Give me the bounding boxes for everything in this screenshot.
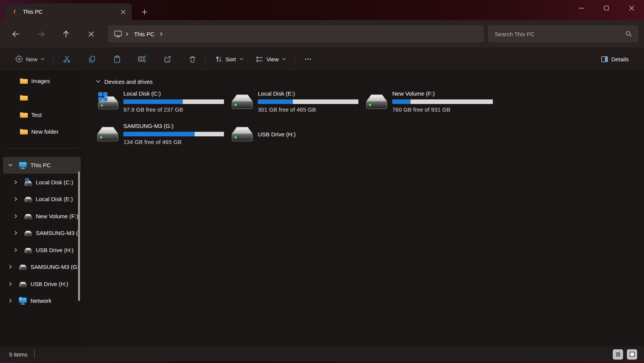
search-input[interactable] bbox=[495, 31, 625, 37]
sidebar-scrollbar[interactable] bbox=[78, 171, 80, 301]
back-button[interactable] bbox=[8, 26, 24, 42]
chevron-right-icon[interactable] bbox=[160, 32, 163, 36]
share-button[interactable] bbox=[160, 52, 175, 66]
drive-icon bbox=[96, 125, 120, 144]
system-drive-icon bbox=[96, 92, 120, 111]
tab-this-pc[interactable]: This PC bbox=[5, 3, 132, 20]
sidebar-item-samsung-m3-g[interactable]: SAMSUNG-M3 (G:) bbox=[3, 225, 81, 241]
chevron-right-icon[interactable] bbox=[8, 79, 13, 83]
maximize-button[interactable] bbox=[594, 0, 619, 16]
drive-tile-samsung-m3-g[interactable]: SAMSUNG-M3 (G:) 134 GB free of 465 GB bbox=[96, 122, 230, 150]
drive-tile-local-disk-c[interactable]: Local Disk (C:) 97.9 GB free of 237 GB bbox=[96, 90, 230, 117]
chevron-right-icon[interactable] bbox=[13, 197, 18, 201]
chevron-right-icon[interactable] bbox=[13, 214, 18, 218]
breadcrumb-this-pc[interactable]: This PC bbox=[134, 31, 154, 37]
toolbar-divider bbox=[205, 53, 206, 65]
drive-icon bbox=[365, 92, 388, 111]
chevron-right-icon[interactable] bbox=[125, 32, 129, 36]
drive-icon bbox=[24, 229, 33, 237]
stop-refresh-button[interactable] bbox=[83, 26, 99, 42]
drive-icon bbox=[230, 125, 254, 144]
forward-button[interactable] bbox=[33, 26, 49, 42]
drive-name: USB Drive (H:) bbox=[258, 131, 358, 138]
details-view-button[interactable] bbox=[613, 349, 623, 360]
up-button[interactable] bbox=[58, 26, 74, 42]
copy-button[interactable] bbox=[84, 52, 99, 66]
chevron-right-icon[interactable] bbox=[8, 265, 13, 269]
minimize-button[interactable] bbox=[569, 0, 594, 16]
drive-tiles: Local Disk (C:) 97.9 GB free of 237 GB L… bbox=[96, 90, 644, 150]
navigation-bar: This PC bbox=[0, 20, 644, 48]
network-icon bbox=[18, 297, 27, 305]
this-pc-icon bbox=[18, 162, 27, 169]
drive-icon bbox=[24, 212, 33, 220]
toolbar-divider bbox=[295, 53, 295, 65]
close-button[interactable] bbox=[619, 0, 644, 16]
sidebar-item-new-volume-f[interactable]: New Volume (F:) bbox=[3, 208, 81, 224]
system-drive-icon bbox=[24, 178, 33, 186]
rename-button[interactable]: A bbox=[134, 52, 150, 66]
chevron-right-icon[interactable] bbox=[8, 282, 13, 286]
more-options-button[interactable] bbox=[300, 52, 316, 66]
drive-icon bbox=[24, 195, 33, 203]
folder-icon bbox=[19, 94, 28, 102]
folder-icon bbox=[19, 111, 28, 118]
ellipsis-icon bbox=[304, 55, 312, 63]
large-icons-view-button[interactable] bbox=[627, 349, 637, 360]
capacity-bar bbox=[258, 99, 358, 104]
svg-text:A: A bbox=[140, 57, 142, 61]
plus-circle-icon bbox=[15, 55, 23, 63]
chevron-right-icon[interactable] bbox=[8, 113, 13, 117]
details-pane-icon bbox=[600, 55, 609, 63]
new-tab-button[interactable] bbox=[138, 5, 151, 18]
view-button[interactable]: View bbox=[252, 52, 289, 66]
sidebar-item-samsung-m3-root[interactable]: SAMSUNG-M3 (G:) bbox=[3, 259, 81, 275]
chevron-down-icon[interactable] bbox=[8, 163, 13, 167]
drive-tile-new-volume-f[interactable]: New Volume (F:) 760 GB free of 931 GB bbox=[365, 90, 499, 117]
sidebar-item-unnamed-folder[interactable] bbox=[3, 90, 81, 106]
sidebar-item-this-pc[interactable]: This PC bbox=[3, 157, 81, 174]
sidebar-item-usb-drive-root[interactable]: USB Drive (H:) bbox=[3, 275, 81, 292]
sidebar-item-usb-drive-h[interactable]: USB Drive (H:) bbox=[3, 241, 81, 258]
sidebar-item-local-disk-c[interactable]: Local Disk (C:) bbox=[3, 174, 81, 190]
chevron-right-icon[interactable] bbox=[8, 96, 13, 100]
drive-icon bbox=[18, 263, 27, 271]
drive-name: SAMSUNG-M3 (G:) bbox=[123, 122, 224, 130]
sidebar-item-local-disk-e[interactable]: Local Disk (E:) bbox=[3, 191, 81, 208]
chevron-right-icon[interactable] bbox=[8, 130, 13, 134]
chevron-down-icon bbox=[240, 58, 243, 60]
details-pane-button[interactable]: Details bbox=[597, 52, 635, 66]
paste-icon bbox=[113, 55, 121, 63]
cut-button[interactable] bbox=[59, 52, 74, 66]
chevron-right-icon[interactable] bbox=[13, 248, 18, 252]
delete-button[interactable] bbox=[185, 52, 200, 66]
drive-tile-usb-drive-h[interactable]: USB Drive (H:) bbox=[230, 122, 365, 150]
drive-tile-local-disk-e[interactable]: Local Disk (E:) 301 GB free of 465 GB bbox=[230, 90, 365, 117]
tab-close-icon[interactable] bbox=[118, 7, 128, 17]
sidebar-item-new-folder[interactable]: New folder bbox=[3, 123, 81, 140]
toolbar-divider bbox=[53, 53, 54, 65]
view-options-icon bbox=[256, 55, 264, 63]
chevron-down-icon bbox=[41, 58, 45, 60]
status-items-count: 5 items bbox=[9, 351, 27, 358]
sort-button[interactable]: Sort bbox=[211, 52, 247, 66]
capacity-text: 97.9 GB free of 237 GB bbox=[123, 106, 224, 113]
sidebar-item-test[interactable]: Test bbox=[3, 106, 81, 123]
devices-and-drives-header[interactable]: Devices and drives bbox=[96, 77, 644, 86]
address-bar[interactable]: This PC bbox=[108, 26, 484, 42]
folder-icon bbox=[19, 77, 28, 85]
drive-name: Local Disk (C:) bbox=[123, 90, 224, 98]
sidebar-item-images[interactable]: Images bbox=[3, 72, 81, 89]
status-separator bbox=[34, 350, 35, 358]
sidebar-item-network[interactable]: Network bbox=[3, 293, 81, 309]
new-button[interactable]: New bbox=[11, 52, 48, 66]
search-box[interactable] bbox=[488, 26, 638, 42]
chevron-right-icon[interactable] bbox=[13, 231, 18, 235]
capacity-bar bbox=[123, 99, 224, 104]
paste-button[interactable] bbox=[109, 52, 125, 66]
rename-icon: A bbox=[138, 55, 146, 63]
capacity-text: 760 GB free of 931 GB bbox=[392, 106, 493, 113]
chevron-right-icon[interactable] bbox=[13, 180, 18, 184]
chevron-down-icon bbox=[96, 80, 101, 83]
chevron-right-icon[interactable] bbox=[8, 299, 13, 303]
